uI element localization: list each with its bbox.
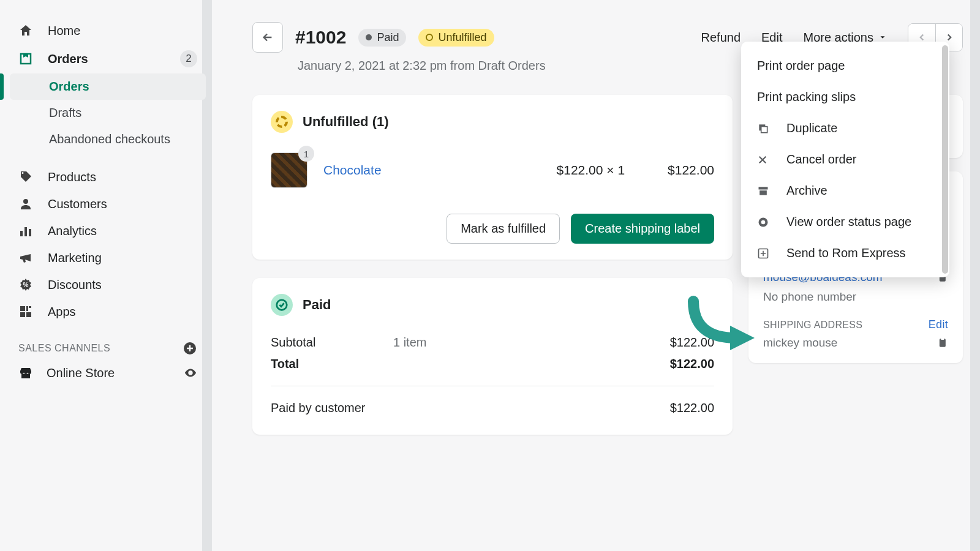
- nav-products[interactable]: Products: [10, 163, 206, 190]
- main-content: #1002 Paid Unfulfilled Refund Edit More …: [212, 0, 980, 551]
- product-thumbnail[interactable]: 1: [271, 152, 307, 188]
- dd-print-order[interactable]: Print order page: [741, 50, 949, 81]
- svg-point-0: [23, 199, 28, 204]
- unfulfilled-title: Unfulfilled (1): [303, 114, 389, 130]
- unfulfilled-status-icon: [271, 111, 293, 133]
- ring-icon: [426, 34, 433, 41]
- svg-rect-5: [20, 306, 25, 311]
- order-number: #1002: [295, 27, 346, 48]
- shipping-name: mickey mouse: [763, 336, 837, 350]
- svg-rect-6: [26, 312, 31, 317]
- product-link[interactable]: Chocolate: [323, 163, 382, 178]
- orders-icon: [18, 51, 34, 66]
- dd-view-status[interactable]: View order status page: [741, 206, 949, 238]
- app-icon: [757, 247, 772, 260]
- dd-duplicate[interactable]: Duplicate: [741, 113, 949, 144]
- subtotal-items: 1 item: [393, 335, 670, 350]
- archive-icon: [757, 185, 772, 197]
- nav-label: Products: [48, 170, 96, 184]
- badge-paid: Paid: [358, 29, 406, 47]
- create-shipping-label-button[interactable]: Create shipping label: [571, 214, 714, 244]
- dd-print-slips[interactable]: Print packing slips: [741, 81, 949, 113]
- nav-marketing[interactable]: Marketing: [10, 244, 206, 271]
- svg-point-11: [189, 372, 192, 374]
- svg-text:%: %: [23, 282, 29, 288]
- dot-icon: [366, 34, 372, 40]
- caret-down-icon: [878, 33, 887, 42]
- svg-rect-16: [941, 338, 944, 340]
- marketing-icon: [18, 250, 34, 265]
- shipping-edit-link[interactable]: Edit: [929, 318, 948, 331]
- qty-badge: 1: [298, 146, 314, 162]
- line-total: $122.00: [668, 163, 714, 178]
- unfulfilled-card: Unfulfilled (1) 1 Chocolate $122.00 × 1 …: [252, 95, 733, 260]
- line-item-row: 1 Chocolate $122.00 × 1 $122.00: [271, 149, 714, 192]
- divider: [271, 386, 714, 386]
- main-scrollbar[interactable]: [970, 0, 980, 551]
- svg-rect-1: [20, 231, 23, 236]
- eye-icon[interactable]: [184, 366, 197, 380]
- channel-label: Online Store: [47, 366, 115, 380]
- discounts-icon: %: [18, 277, 34, 292]
- paid-by-value: $122.00: [670, 401, 714, 415]
- nav-label: Apps: [48, 305, 76, 319]
- nav-home[interactable]: Home: [10, 17, 206, 44]
- nav-sub-orders[interactable]: Orders: [10, 73, 206, 100]
- dropdown-scrollbar[interactable]: [942, 45, 948, 274]
- nav-analytics[interactable]: Analytics: [10, 217, 206, 244]
- badge-unfulfilled: Unfulfilled: [418, 29, 494, 47]
- back-button[interactable]: [252, 22, 283, 53]
- nav-label: Discounts: [48, 278, 102, 292]
- nav-label: Home: [48, 24, 80, 38]
- close-icon: [757, 154, 772, 165]
- orders-count-badge: 2: [180, 50, 197, 67]
- nav-orders[interactable]: Orders 2: [10, 44, 206, 73]
- nav-discounts[interactable]: % Discounts: [10, 271, 206, 298]
- nav-sub-abandoned[interactable]: Abandoned checkouts: [10, 126, 206, 152]
- dd-send-rom-express[interactable]: Send to Rom Express: [741, 238, 949, 269]
- nav-apps[interactable]: Apps: [10, 298, 206, 325]
- duplicate-icon: [757, 122, 772, 135]
- customers-icon: [18, 197, 34, 211]
- paid-title: Paid: [303, 297, 331, 313]
- apps-icon: [18, 304, 34, 319]
- nav-label: Marketing: [48, 251, 102, 265]
- mark-fulfilled-button[interactable]: Mark as fulfilled: [447, 214, 560, 244]
- channel-online-store[interactable]: Online Store: [10, 359, 206, 386]
- eye-icon: [757, 216, 772, 228]
- nav-label: Orders: [48, 52, 88, 66]
- svg-rect-9: [29, 306, 31, 308]
- shipping-heading: SHIPPING ADDRESS: [763, 320, 862, 331]
- svg-rect-18: [761, 126, 767, 132]
- dd-archive[interactable]: Archive: [741, 175, 949, 206]
- subtotal-label: Subtotal: [271, 335, 393, 350]
- contact-phone: No phone number: [763, 290, 948, 304]
- line-unit-price: $122.00 × 1: [557, 163, 625, 178]
- nav-sub-drafts[interactable]: Drafts: [10, 100, 206, 126]
- more-actions-dropdown: Print order page Print packing slips Dup…: [741, 42, 949, 277]
- nav-customers[interactable]: Customers: [10, 190, 206, 217]
- home-icon: [18, 23, 34, 38]
- svg-rect-7: [20, 312, 25, 317]
- paid-card: Paid Subtotal 1 item $122.00 Total $122.…: [252, 278, 733, 435]
- svg-rect-15: [940, 339, 946, 347]
- add-channel-icon[interactable]: [183, 341, 197, 356]
- paid-status-icon: [271, 294, 293, 316]
- svg-rect-2: [24, 227, 27, 236]
- total-label: Total: [271, 357, 393, 371]
- nav-label: Analytics: [48, 224, 97, 238]
- sales-channels-label: SALES CHANNELS: [10, 325, 206, 359]
- analytics-icon: [18, 223, 34, 238]
- svg-rect-3: [29, 229, 31, 236]
- svg-rect-19: [759, 187, 768, 189]
- dd-cancel-order[interactable]: Cancel order: [741, 144, 949, 175]
- svg-rect-20: [760, 190, 767, 195]
- nav-label: Customers: [48, 197, 107, 211]
- subtotal-value: $122.00: [670, 335, 714, 350]
- clipboard-icon[interactable]: [936, 337, 948, 349]
- svg-point-22: [761, 220, 766, 224]
- total-value: $122.00: [670, 357, 714, 371]
- svg-rect-8: [26, 306, 28, 311]
- refund-link[interactable]: Refund: [701, 31, 741, 45]
- store-icon: [18, 365, 33, 380]
